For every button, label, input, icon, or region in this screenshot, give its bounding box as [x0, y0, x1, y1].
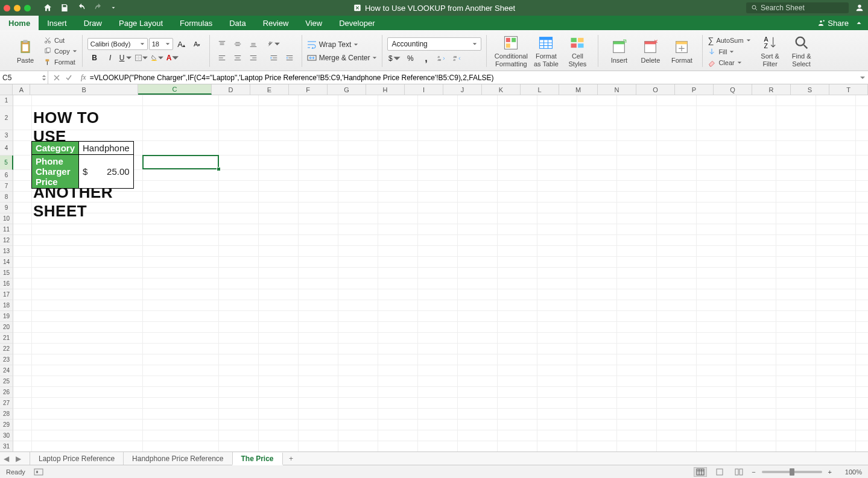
align-bottom-button[interactable]	[246, 38, 261, 50]
col-header-l[interactable]: L	[521, 84, 559, 95]
col-header-h[interactable]: H	[366, 84, 405, 95]
collapse-ribbon-icon[interactable]	[855, 19, 863, 27]
font-size-select[interactable]: 18	[149, 38, 173, 50]
view-page-layout-button[interactable]	[713, 467, 726, 477]
cell-b4[interactable]: Category	[32, 142, 79, 155]
clear-button[interactable]: Clear	[708, 58, 750, 67]
decrease-decimal-button[interactable]: .00.0	[450, 52, 464, 64]
row-header-8[interactable]: 8	[0, 192, 13, 203]
font-name-select[interactable]: Calibri (Body)	[87, 38, 148, 50]
format-painter-button[interactable]: Format	[43, 58, 77, 66]
home-icon[interactable]	[43, 3, 52, 13]
sheet-tab-handphone[interactable]: Handphone Price Reference	[123, 452, 232, 465]
redo-icon[interactable]	[93, 3, 103, 13]
decrease-indent-button[interactable]	[267, 52, 281, 64]
row-header-16[interactable]: 16	[0, 278, 13, 289]
row-header-5[interactable]: 5	[0, 156, 13, 170]
view-normal-button[interactable]	[694, 467, 707, 477]
align-middle-button[interactable]	[230, 38, 245, 50]
minimize-window[interactable]	[14, 5, 21, 11]
row-header-2[interactable]: 2	[0, 106, 13, 130]
row-header-22[interactable]: 22	[0, 344, 13, 354]
paste-button[interactable]: Paste	[10, 39, 41, 64]
row-header-11[interactable]: 11	[0, 224, 13, 235]
row-header-30[interactable]: 30	[0, 430, 13, 441]
decrease-font-button[interactable]: A▾	[190, 38, 204, 50]
name-box[interactable]: C5	[0, 71, 48, 84]
undo-icon[interactable]	[77, 3, 86, 13]
qat-more-icon[interactable]	[110, 5, 116, 11]
sort-filter-button[interactable]: AZSort & Filter	[755, 34, 786, 67]
row-header-7[interactable]: 7	[0, 181, 13, 192]
col-header-t[interactable]: T	[829, 84, 868, 95]
row-header-14[interactable]: 14	[0, 257, 13, 268]
row-header-20[interactable]: 20	[0, 322, 13, 333]
cell-b5[interactable]: Phone Charger Price	[32, 155, 79, 189]
col-header-s[interactable]: S	[791, 84, 829, 95]
tab-formulas[interactable]: Formulas	[171, 16, 221, 30]
tab-data[interactable]: Data	[221, 16, 254, 30]
cell-c4[interactable]: Handphone	[79, 142, 134, 155]
zoom-thumb[interactable]	[790, 468, 794, 476]
confirm-formula-icon[interactable]	[65, 74, 72, 81]
formula-input[interactable]	[90, 74, 857, 82]
row-header-13[interactable]: 13	[0, 246, 13, 257]
row-header-28[interactable]: 28	[0, 409, 13, 420]
tab-home[interactable]: Home	[0, 16, 39, 30]
row-header-1[interactable]: 1	[0, 95, 13, 106]
cell-c5[interactable]: $ 25.00	[79, 155, 134, 189]
search-sheet[interactable]: Search Sheet	[746, 2, 849, 13]
fill-button[interactable]: Fill	[708, 48, 750, 56]
cell-styles-button[interactable]: Cell Styles	[562, 34, 593, 67]
macro-recording-icon[interactable]	[34, 468, 43, 476]
share-button[interactable]: Share	[817, 19, 849, 28]
col-header-q[interactable]: Q	[714, 84, 752, 95]
row-header-6[interactable]: 6	[0, 170, 13, 181]
row-header-19[interactable]: 19	[0, 311, 13, 322]
sheet-tab-the-price[interactable]: The Price	[232, 453, 283, 465]
increase-indent-button[interactable]	[282, 52, 297, 64]
format-as-table-button[interactable]: Format as Table	[530, 34, 562, 67]
col-header-k[interactable]: K	[482, 84, 521, 95]
fill-handle[interactable]	[217, 167, 221, 171]
namebox-stepper[interactable]	[42, 74, 46, 81]
row-header-17[interactable]: 17	[0, 289, 13, 300]
row-header-24[interactable]: 24	[0, 365, 13, 376]
font-color-button[interactable]: A	[166, 52, 180, 64]
increase-decimal-button[interactable]: .0.00	[434, 52, 449, 64]
merge-center-button[interactable]: Merge & Center	[307, 54, 378, 62]
row-header-31[interactable]: 31	[0, 441, 13, 451]
col-header-r[interactable]: R	[752, 84, 791, 95]
sheet-nav-next[interactable]: ▶	[12, 454, 24, 463]
zoom-level[interactable]: 100%	[838, 468, 862, 476]
col-header-p[interactable]: P	[675, 84, 714, 95]
zoom-slider[interactable]	[762, 471, 822, 473]
col-header-b[interactable]: B	[30, 84, 138, 95]
account-icon[interactable]	[855, 3, 864, 13]
row-header-27[interactable]: 27	[0, 398, 13, 409]
tab-review[interactable]: Review	[255, 16, 297, 30]
save-icon[interactable]	[60, 3, 69, 13]
col-header-m[interactable]: M	[559, 84, 598, 95]
copy-button[interactable]: Copy	[43, 47, 77, 55]
find-select-button[interactable]: Find & Select	[786, 34, 817, 67]
tab-page-layout[interactable]: Page Layout	[110, 16, 171, 30]
delete-cells-button[interactable]: Delete	[635, 39, 666, 64]
row-header-3[interactable]: 3	[0, 130, 13, 141]
col-header-g[interactable]: G	[328, 84, 366, 95]
underline-button[interactable]: U	[119, 52, 133, 64]
align-left-button[interactable]	[215, 52, 229, 64]
comma-format-button[interactable]: ,	[419, 52, 433, 64]
number-format-select[interactable]: Accounting	[387, 37, 481, 51]
row-header-18[interactable]: 18	[0, 300, 13, 311]
close-window[interactable]	[4, 5, 10, 11]
accounting-format-button[interactable]: $	[387, 52, 402, 64]
row-header-23[interactable]: 23	[0, 354, 13, 365]
col-header-d[interactable]: D	[212, 84, 250, 95]
row-header-9[interactable]: 9	[0, 203, 13, 213]
zoom-in-button[interactable]: +	[828, 468, 832, 476]
orientation-button[interactable]: ab	[267, 38, 281, 50]
italic-button[interactable]: I	[103, 52, 118, 64]
col-header-e[interactable]: E	[250, 84, 289, 95]
col-header-o[interactable]: O	[636, 84, 675, 95]
